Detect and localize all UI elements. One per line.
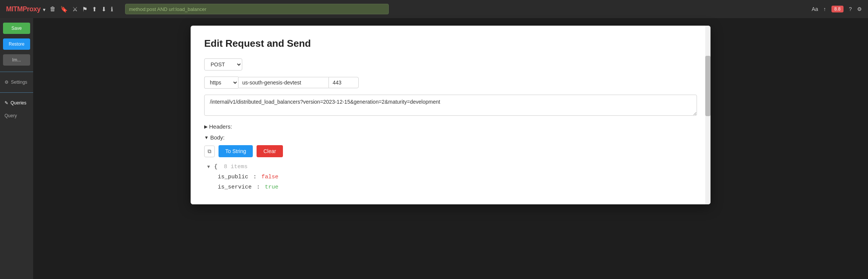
flag-icon[interactable]: ⚑ xyxy=(82,6,87,13)
main-area: Edit Request and Send POST GET PUT DELET… xyxy=(33,18,868,279)
top-bar: MITMProxy ▾ 🗑 🔖 ⚔ ⚑ ⬆ ⬇ ℹ Aa ↑ 8.8 ? ⚙ xyxy=(0,0,868,18)
top-bar-right: Aa ↑ 8.8 ? ⚙ xyxy=(811,6,862,12)
json-val-is-service: true xyxy=(265,184,278,190)
upload-arrow-icon[interactable]: ↑ xyxy=(824,6,826,12)
json-body: is_public : false is_service : true xyxy=(218,172,697,192)
headers-triangle-icon: ▶ xyxy=(204,124,208,129)
logo-text: MITMProxy xyxy=(6,5,41,13)
scheme-select[interactable]: https http xyxy=(204,77,238,89)
sidebar-divider xyxy=(0,72,33,72)
method-row: POST GET PUT DELETE PATCH xyxy=(204,58,697,71)
body-section-header[interactable]: ▼ Body: xyxy=(204,134,697,141)
path-textarea[interactable]: /internal/v1/distributed_load_balancers?… xyxy=(204,95,697,116)
headers-label: Headers: xyxy=(209,123,232,130)
settings-sidebar-icon: ⚙ xyxy=(5,80,9,85)
body-triangle-icon: ▼ xyxy=(204,135,209,140)
query-label: Query xyxy=(5,113,17,118)
body-label: Body: xyxy=(210,134,225,141)
upload-icon[interactable]: ⬆ xyxy=(92,6,97,13)
queries-label: Queries xyxy=(11,100,26,106)
json-row-is-public: is_public : false xyxy=(218,172,697,182)
json-brace-open: { xyxy=(214,164,217,170)
host-input[interactable] xyxy=(238,77,329,88)
trash-icon[interactable]: 🗑 xyxy=(50,6,56,12)
copy-icon: ⧉ xyxy=(208,148,211,154)
modal-title: Edit Request and Send xyxy=(204,38,697,49)
help-icon[interactable]: ? xyxy=(849,6,852,12)
json-items-count: 8 items xyxy=(224,164,248,170)
settings-icon[interactable]: ⚙ xyxy=(857,6,862,12)
info-icon[interactable]: ℹ xyxy=(111,6,113,13)
modal-scrollbar-thumb[interactable] xyxy=(705,56,711,116)
port-input[interactable] xyxy=(329,77,359,88)
bookmark-icon[interactable]: 🔖 xyxy=(60,6,68,13)
sidebar-item-queries[interactable]: ✎ Queries xyxy=(0,97,33,109)
modal-scrollbar-track[interactable] xyxy=(705,26,711,204)
to-string-button[interactable]: To String xyxy=(219,145,253,157)
json-row-is-service: is_service : true xyxy=(218,182,697,192)
app-logo[interactable]: MITMProxy ▾ xyxy=(6,5,45,13)
headers-section-header[interactable]: ▶ Headers: xyxy=(204,123,697,130)
settings-label: Settings xyxy=(11,80,27,85)
sidebar: Save Restore Im... ⚙ Settings ✎ Queries … xyxy=(0,18,33,279)
url-row: https http xyxy=(204,77,697,89)
json-root-line: ▼ { 8 items xyxy=(207,162,697,172)
modal-overlay: Edit Request and Send POST GET PUT DELET… xyxy=(33,18,868,279)
logo-dropdown-icon[interactable]: ▾ xyxy=(43,7,45,12)
copy-button[interactable]: ⧉ xyxy=(204,146,215,157)
json-val-is-public: false xyxy=(261,174,278,180)
sidebar-item-settings[interactable]: ⚙ Settings xyxy=(0,77,33,88)
download-icon[interactable]: ⬇ xyxy=(101,6,106,13)
json-key-is-public: is_public xyxy=(218,174,248,180)
clear-button[interactable]: Clear xyxy=(257,145,283,157)
restore-button[interactable]: Restore xyxy=(3,38,30,50)
json-tree: ▼ { 8 items is_public : false is_service… xyxy=(207,162,697,192)
version-badge: 8.8 xyxy=(831,6,844,12)
sidebar-item-query[interactable]: Query xyxy=(0,110,33,121)
import-button[interactable]: Im... xyxy=(3,54,30,66)
body-actions: ⧉ To String Clear xyxy=(204,145,697,157)
sidebar-divider-2 xyxy=(0,92,33,93)
search-input[interactable] xyxy=(125,4,389,14)
queries-icon: ✎ xyxy=(5,100,8,106)
funnel-icon[interactable]: ⚔ xyxy=(72,6,78,13)
json-key-is-service: is_service xyxy=(218,184,252,190)
method-select[interactable]: POST GET PUT DELETE PATCH xyxy=(204,58,242,71)
font-size-icon[interactable]: Aa xyxy=(811,6,818,12)
json-collapse-icon[interactable]: ▼ xyxy=(207,164,210,170)
edit-request-modal: Edit Request and Send POST GET PUT DELET… xyxy=(191,26,711,204)
body-section: ▼ Body: ⧉ To String Clear ▼ { 8 i xyxy=(204,134,697,192)
save-button[interactable]: Save xyxy=(3,23,30,34)
